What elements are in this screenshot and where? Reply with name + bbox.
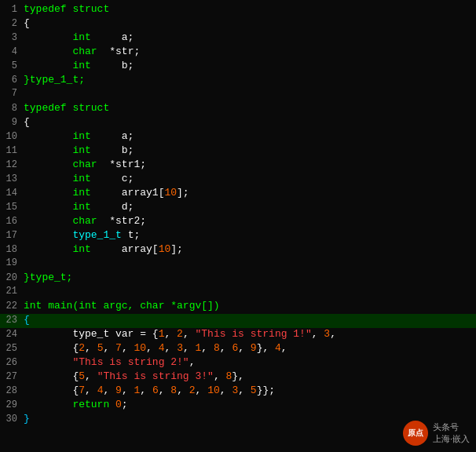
code-line: 27 {5, "This is string 3!", 8}, (0, 370, 476, 385)
line-number: 15 (2, 202, 24, 213)
code-segment: 2 (189, 385, 196, 396)
code-segment: array[ (109, 243, 158, 255)
code-segment: a; (109, 31, 134, 43)
code-segment: 8 (214, 342, 220, 354)
code-segment: { (24, 17, 30, 29)
code-segment: , (330, 328, 336, 340)
code-line: 28 {7, 4, 9, 1, 6, 8, 2, 10, 3, 5}}; (0, 385, 476, 399)
line-number: 3 (2, 32, 24, 43)
code-segment: int main(int argc, char *argv[]) (24, 300, 220, 312)
code-segment: *str1; (97, 159, 146, 170)
code-segment: 7 (115, 342, 122, 354)
code-segment: 3 (177, 342, 183, 354)
code-content: {2, 5, 7, 10, 4, 3, 1, 8, 6, 9}, 4, (24, 342, 287, 354)
code-content: "This is string 2!", (24, 356, 195, 368)
code-segment: char (24, 46, 97, 57)
code-segment: char (24, 215, 97, 227)
code-segment: , (85, 385, 97, 396)
code-segment: }type_t; (24, 272, 72, 283)
code-segment: *str2; (97, 215, 146, 227)
line-number: 19 (2, 257, 24, 268)
code-segment (24, 356, 72, 368)
code-segment: { (24, 385, 79, 396)
code-segment: 3 (324, 328, 330, 340)
code-segment: }, (257, 342, 275, 354)
code-segment: , (220, 385, 233, 396)
code-line: 9{ (0, 116, 476, 130)
code-line: 4 char *str; (0, 46, 476, 60)
line-number: 13 (2, 173, 24, 184)
code-segment: type_1_t (24, 229, 122, 241)
line-number: 2 (2, 18, 24, 29)
code-content: int array[10]; (24, 243, 183, 255)
line-number: 4 (2, 46, 24, 57)
code-content: return 0; (24, 399, 128, 410)
code-segment: , (85, 342, 97, 354)
code-line: 26 "This is string 2!", (0, 356, 476, 370)
code-segment: "This is string 3!" (97, 370, 214, 382)
code-line: 23{ (0, 314, 476, 328)
code-content: int b; (24, 60, 134, 71)
code-segment: type_t var = { (24, 328, 159, 340)
code-line: 13 int c; (0, 173, 476, 187)
code-segment: ; (122, 399, 128, 410)
line-number: 17 (2, 230, 24, 241)
line-number: 29 (2, 399, 24, 410)
line-number: 11 (2, 145, 24, 156)
code-content: int d; (24, 201, 134, 213)
line-number: 28 (2, 385, 24, 396)
line-number: 25 (2, 343, 24, 354)
code-segment: , (122, 385, 134, 396)
code-line: 6}type_1_t; (0, 74, 476, 88)
code-segment: b; (109, 60, 134, 71)
code-content: type_1_t t; (24, 229, 140, 241)
code-segment: t; (122, 229, 140, 241)
code-segment: typedef struct (24, 102, 109, 114)
code-content: { (24, 314, 30, 326)
code-segment: , (103, 342, 115, 354)
line-number: 8 (2, 103, 24, 114)
code-segment: 4 (275, 342, 281, 354)
line-number: 22 (2, 301, 24, 312)
code-line: 3 int a; (0, 31, 476, 46)
code-content: typedef struct (24, 102, 109, 114)
code-segment: , (238, 342, 251, 354)
code-line: 20}type_t; (0, 272, 476, 286)
code-segment: int (24, 187, 109, 199)
watermark-text2: 上海·嵌入 (433, 433, 470, 445)
code-segment: int (24, 60, 109, 71)
code-content: }type_1_t; (24, 74, 85, 86)
code-content: {7, 4, 9, 1, 6, 8, 2, 10, 3, 5}}; (24, 385, 275, 396)
code-segment: b; (109, 144, 134, 156)
code-segment: , (85, 370, 97, 382)
code-content: {5, "This is string 3!", 8}, (24, 370, 244, 382)
code-line: 19 (0, 257, 476, 272)
code-segment: 5 (79, 370, 85, 382)
code-segment: }}; (257, 385, 275, 396)
code-segment: *str; (97, 46, 141, 57)
line-number: 1 (2, 4, 24, 15)
code-content: char *str1; (24, 159, 146, 170)
code-segment: , (183, 328, 196, 340)
code-segment: , (165, 342, 178, 354)
code-line: 21 (0, 286, 476, 300)
line-number: 20 (2, 272, 24, 283)
watermark-logo: 原点 (403, 421, 428, 446)
code-line: 22int main(int argc, char *argv[]) (0, 300, 476, 314)
code-line: 1typedef struct (0, 3, 476, 17)
code-content: int c; (24, 173, 134, 184)
code-segment: int (24, 130, 109, 142)
code-content: typedef struct (24, 3, 109, 15)
code-line: 16 char *str2; (0, 215, 476, 229)
code-segment: , (140, 385, 152, 396)
watermark-text1: 头条号 (433, 421, 470, 433)
code-segment: "This is string 1!" (195, 328, 311, 340)
code-segment: } (24, 413, 30, 425)
code-line: 25 {2, 5, 7, 10, 4, 3, 1, 8, 6, 9}, 4, (0, 342, 476, 356)
code-segment: int (24, 31, 109, 43)
code-segment: 6 (152, 385, 159, 396)
code-segment: , (220, 342, 233, 354)
code-segment: , (159, 385, 171, 396)
code-segment: , (201, 342, 214, 354)
code-segment: , (103, 385, 115, 396)
